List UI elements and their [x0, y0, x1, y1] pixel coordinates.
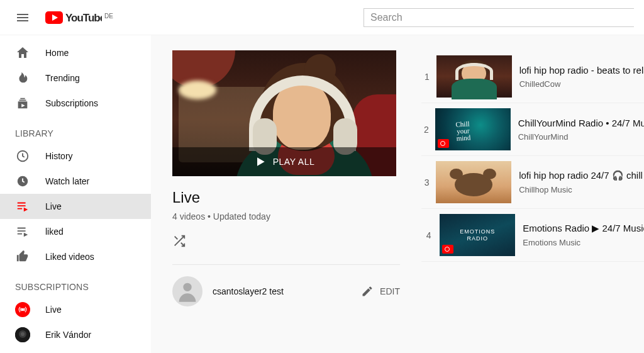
play-icon: [254, 155, 267, 168]
shuffle-icon: [172, 234, 186, 248]
playlist-panel: PLAY ALL Live 4 videos • Updated today c…: [151, 35, 411, 353]
video-title: lofi hip hop radio - beats to relax/stud…: [519, 65, 644, 76]
clock-icon: [15, 174, 30, 189]
sidebar-item-label: liked: [45, 227, 64, 237]
playlist-videos: 1 lofi hip hop radio - beats to relax/st…: [411, 35, 644, 353]
playlist-icon: [15, 224, 30, 239]
sidebar-item-history[interactable]: History: [0, 143, 151, 169]
country-code: DE: [104, 13, 113, 20]
sidebar-item-label: Live: [45, 305, 62, 315]
sidebar-heading-library: Library: [0, 123, 151, 143]
sidebar-sub-erik[interactable]: Erik Vándor: [0, 322, 151, 347]
pencil-icon: [361, 285, 374, 298]
video-thumbnail[interactable]: Chillyourmind: [435, 108, 511, 150]
sidebar-item-label: Watch later: [45, 176, 89, 186]
svg-text:YouTube: YouTube: [65, 12, 102, 24]
svg-marker-12: [257, 157, 265, 165]
sidebar-sub-live[interactable]: Live: [0, 297, 151, 322]
svg-marker-7: [24, 233, 28, 237]
video-title: ChillYourMind Radio • 24/7 Music Live St…: [518, 118, 644, 128]
top-header: YouTube DE: [0, 0, 644, 35]
sidebar-item-subscriptions[interactable]: Subscriptions: [0, 91, 151, 116]
youtube-logo[interactable]: YouTube DE: [45, 11, 113, 24]
sidebar-item-label: Home: [45, 48, 69, 58]
video-title: lofi hip hop radio 24/7 🎧 chill study be…: [519, 170, 644, 181]
playlist-icon: [15, 199, 30, 214]
hamburger-menu-button[interactable]: [10, 5, 35, 30]
playlist-owner-row: csantoslayer2 test EDIT: [172, 264, 400, 306]
video-channel: Chillhop Music: [519, 185, 644, 194]
playlist-video-row[interactable]: 2 Chillyourmind ChillYourMind Radio • 24…: [421, 103, 644, 156]
owner-name[interactable]: csantoslayer2 test: [213, 286, 361, 296]
sidebar-item-home[interactable]: Home: [0, 40, 151, 65]
video-channel: ChilledCow: [519, 79, 644, 89]
playlist-video-row[interactable]: 3 lofi hip hop radio 24/7 🎧 chill study …: [421, 156, 644, 209]
playlist-meta: 4 videos • Updated today: [172, 211, 400, 221]
sidebar-item-liked-videos[interactable]: Liked videos: [0, 244, 151, 269]
sidebar: Home Trending Subscriptions Library Hist…: [0, 35, 151, 353]
person-icon: [175, 279, 200, 304]
video-info: lofi hip hop radio 24/7 🎧 chill study be…: [519, 170, 644, 194]
owner-avatar[interactable]: [172, 276, 203, 306]
thumb-art: [436, 55, 512, 98]
video-channel: Emotions Music: [523, 238, 644, 247]
play-all-label: PLAY ALL: [273, 157, 315, 167]
live-badge-icon: [438, 139, 449, 148]
sidebar-item-label: Liked videos: [45, 252, 94, 262]
video-thumbnail[interactable]: [436, 55, 512, 98]
search-container: [364, 8, 634, 27]
sidebar-item-label: History: [45, 151, 73, 161]
edit-button[interactable]: EDIT: [361, 285, 400, 298]
svg-point-8: [21, 308, 24, 311]
history-icon: [15, 148, 30, 164]
trending-icon: [15, 70, 30, 86]
video-thumbnail[interactable]: [436, 161, 511, 203]
thumb-art: [436, 161, 511, 203]
svg-point-11: [21, 332, 25, 336]
playlist-video-row[interactable]: 1 lofi hip hop radio - beats to relax/st…: [421, 50, 644, 103]
search-input[interactable]: [364, 8, 634, 27]
play-all-button[interactable]: PLAY ALL: [172, 147, 396, 176]
video-info: ChillYourMind Radio • 24/7 Music Live St…: [518, 118, 644, 142]
playlist-hero-thumbnail[interactable]: PLAY ALL: [172, 50, 396, 176]
channel-avatar-icon: [15, 327, 30, 342]
svg-point-13: [183, 283, 191, 291]
home-icon: [15, 45, 30, 60]
sidebar-heading-subscriptions: Subscriptions: [0, 277, 151, 297]
video-info: Emotions Radio ▶ 24/7 Music Emotions Mus…: [523, 223, 644, 247]
playlist-title: Live: [172, 189, 400, 206]
thumbs-up-icon: [15, 249, 30, 264]
edit-label: EDIT: [380, 286, 400, 296]
video-index: 1: [421, 72, 433, 82]
video-index: 2: [421, 125, 431, 135]
sidebar-item-label: Subscriptions: [45, 98, 98, 108]
live-badge-icon: [442, 245, 453, 254]
video-info: lofi hip hop radio - beats to relax/stud…: [519, 65, 644, 89]
youtube-logo-icon: YouTube: [45, 11, 102, 24]
shuffle-button[interactable]: [172, 234, 400, 250]
menu-icon: [15, 10, 30, 25]
playlist-video-row[interactable]: 4 EMOTIONSRADIO Emotions Radio ▶ 24/7 Mu…: [421, 209, 644, 262]
video-title: Emotions Radio ▶ 24/7 Music: [523, 223, 644, 234]
subscriptions-icon: [15, 96, 30, 111]
sidebar-item-trending[interactable]: Trending: [0, 65, 151, 91]
sidebar-item-watch-later[interactable]: Watch later: [0, 169, 151, 194]
sidebar-item-label: Trending: [45, 73, 80, 83]
main-content: PLAY ALL Live 4 videos • Updated today c…: [151, 35, 644, 353]
video-channel: ChillYourMind: [518, 132, 644, 142]
sidebar-item-liked[interactable]: liked: [0, 219, 151, 244]
video-index: 4: [421, 230, 436, 240]
sidebar-item-live[interactable]: Live: [0, 194, 151, 219]
channel-avatar-live-icon: [15, 302, 30, 317]
sidebar-item-label: Live: [45, 201, 62, 211]
video-thumbnail[interactable]: EMOTIONSRADIO: [440, 214, 515, 256]
video-index: 3: [421, 177, 432, 188]
sidebar-item-label: Erik Vándor: [45, 330, 91, 340]
svg-marker-6: [24, 208, 28, 211]
